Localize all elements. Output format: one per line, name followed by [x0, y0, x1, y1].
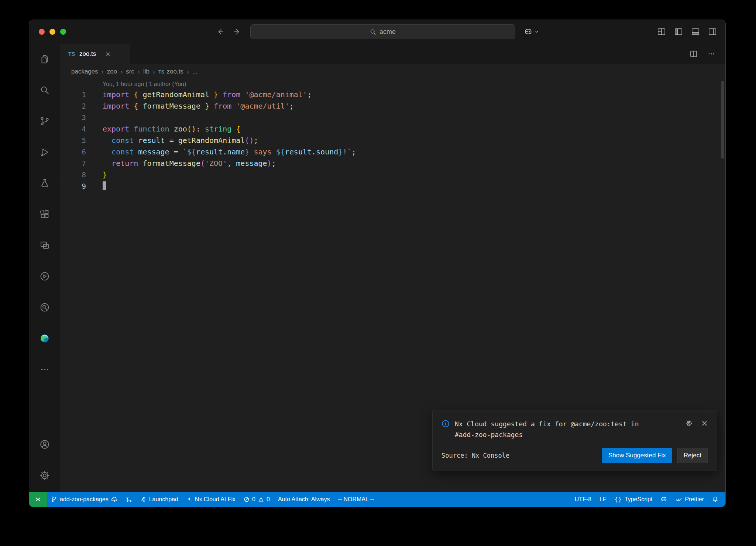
- info-icon: [441, 420, 450, 428]
- testing-icon[interactable]: [29, 168, 60, 199]
- braces-icon: {}: [615, 496, 622, 503]
- editor-more-actions-icon[interactable]: [707, 50, 716, 58]
- vscode-window: acme: [29, 20, 726, 507]
- notification-message: Nx Cloud suggested a fix for @acme/zoo:t…: [455, 419, 650, 440]
- remote-icon: [35, 496, 41, 503]
- close-window-button[interactable]: [39, 29, 45, 35]
- notification-source: Source: Nx Console: [441, 452, 509, 459]
- prettier-item[interactable]: Prettier: [671, 492, 708, 507]
- customize-layout-icon[interactable]: [657, 27, 666, 37]
- navigate-back-button[interactable]: [214, 25, 227, 38]
- nx-cloud-ai-fix-item[interactable]: Nx Cloud AI Fix: [182, 492, 240, 507]
- remote-indicator[interactable]: [29, 492, 47, 507]
- navigate-forward-button[interactable]: [230, 25, 244, 38]
- editor-scrollbar[interactable]: [721, 81, 724, 158]
- chevron-right-icon: ›: [152, 68, 155, 76]
- edge-browser-icon[interactable]: [29, 323, 60, 354]
- code-line-2[interactable]: 2import { formatMessage } from '@acme/ut…: [60, 100, 725, 112]
- status-label: -- NORMAL --: [338, 496, 374, 503]
- toggle-primary-sidebar-icon[interactable]: [674, 27, 683, 37]
- code-line-9[interactable]: 9: [60, 181, 725, 192]
- settings-gear-icon[interactable]: [29, 460, 60, 491]
- auto-attach-item[interactable]: Auto Attach: Always: [274, 492, 334, 507]
- status-bar-left: add-zoo-packagesLaunchpadNx Cloud AI Fix…: [29, 492, 378, 507]
- explorer-icon[interactable]: [29, 44, 60, 75]
- show-suggested-fix-button[interactable]: Show Suggested Fix: [602, 448, 672, 463]
- tab-zoo-ts[interactable]: TS zoo.ts: [60, 44, 130, 64]
- close-tab-icon[interactable]: [105, 51, 111, 57]
- sparkle-icon: [186, 496, 192, 502]
- breadcrumb-item[interactable]: zoo: [107, 68, 117, 75]
- problems-item[interactable]: 00: [240, 492, 274, 507]
- status-label: Prettier: [685, 496, 704, 503]
- tab-label: zoo.ts: [79, 50, 96, 58]
- status-label: TypeScript: [625, 496, 653, 503]
- reject-button[interactable]: Reject: [677, 448, 708, 463]
- extensions-icon[interactable]: [29, 199, 60, 230]
- status-bar: add-zoo-packagesLaunchpadNx Cloud AI Fix…: [29, 492, 725, 507]
- code-line-4[interactable]: 4export function zoo(): string {: [60, 123, 725, 135]
- split-editor-icon[interactable]: [689, 50, 698, 58]
- minimize-window-button[interactable]: [49, 29, 55, 35]
- circle-play-icon[interactable]: [29, 261, 60, 292]
- copilot-menu-button[interactable]: [524, 25, 539, 38]
- search-icon: [370, 29, 376, 35]
- warning-icon: [258, 496, 264, 502]
- breadcrumb-item[interactable]: TSzoo.ts: [158, 68, 183, 75]
- branch-icon: [51, 496, 57, 502]
- breadcrumb-item[interactable]: lib: [143, 68, 150, 75]
- vim-mode-item[interactable]: -- NORMAL --: [334, 492, 378, 507]
- zoom-window-button[interactable]: [60, 29, 66, 35]
- inspect-icon[interactable]: [29, 292, 60, 323]
- rocket-icon: [140, 496, 147, 502]
- code-line-8[interactable]: 8}: [60, 169, 725, 181]
- breadcrumb-item[interactable]: ...: [192, 68, 197, 75]
- source-control-icon[interactable]: [29, 106, 60, 137]
- account-icon[interactable]: [29, 429, 60, 460]
- status-label: LF: [599, 496, 606, 503]
- copilot-item[interactable]: [656, 492, 671, 507]
- tab-bar: TS zoo.ts: [60, 44, 725, 64]
- status-label: Auto Attach: Always: [278, 496, 330, 503]
- notification-settings-gear-icon[interactable]: [685, 420, 693, 427]
- toggle-secondary-sidebar-icon[interactable]: [708, 27, 717, 37]
- breadcrumb-item[interactable]: packages: [71, 68, 98, 75]
- code-line-6[interactable]: 6 const message = `${result.name} says $…: [60, 146, 725, 158]
- breadcrumb-item[interactable]: src: [126, 68, 134, 75]
- notification-toast: Nx Cloud suggested a fix for @acme/zoo:t…: [432, 410, 717, 471]
- line-number: 2: [60, 100, 86, 112]
- status-label: UTF-8: [575, 496, 591, 503]
- error-icon: [244, 496, 250, 502]
- arrow-left-icon: [216, 28, 224, 36]
- run-debug-icon[interactable]: [29, 137, 60, 168]
- launchpad-item[interactable]: Launchpad: [136, 492, 182, 507]
- line-number: 5: [60, 135, 86, 146]
- encoding-item[interactable]: UTF-8: [571, 492, 595, 507]
- chevron-right-icon: ›: [186, 68, 189, 76]
- code-line-5[interactable]: 5 const result = getRandomAnimal();: [60, 135, 725, 146]
- eol-item[interactable]: LF: [595, 492, 611, 507]
- command-center-search[interactable]: acme: [250, 24, 515, 39]
- code-line-1[interactable]: 1import { getRandomAnimal } from '@acme/…: [60, 89, 725, 100]
- status-label: Launchpad: [149, 496, 178, 503]
- line-number: 6: [60, 146, 86, 158]
- line-number: 4: [60, 123, 86, 135]
- git-graph-item[interactable]: [122, 492, 136, 507]
- language-item[interactable]: {}TypeScript: [611, 492, 657, 507]
- notification-close-icon[interactable]: [701, 420, 708, 427]
- more-views-icon[interactable]: [29, 354, 60, 385]
- code-line-3[interactable]: 3: [60, 112, 725, 123]
- status-label: Nx Cloud AI Fix: [195, 496, 236, 503]
- remote-explorer-icon[interactable]: [29, 230, 60, 261]
- line-number: 7: [60, 158, 86, 169]
- toggle-panel-icon[interactable]: [691, 27, 700, 37]
- editor[interactable]: You, 1 hour ago | 1 author (You) 1import…: [60, 79, 725, 492]
- code-line-7[interactable]: 7 return formatMessage('ZOO', message);: [60, 158, 725, 169]
- cloud-upload-icon: [111, 496, 118, 503]
- branch-item[interactable]: add-zoo-packages: [47, 492, 122, 507]
- window-controls: [39, 20, 66, 44]
- ts-file-icon: TS: [158, 69, 165, 75]
- search-view-icon[interactable]: [29, 75, 60, 106]
- ts-file-icon: TS: [68, 51, 75, 57]
- notifications-item[interactable]: [708, 492, 722, 507]
